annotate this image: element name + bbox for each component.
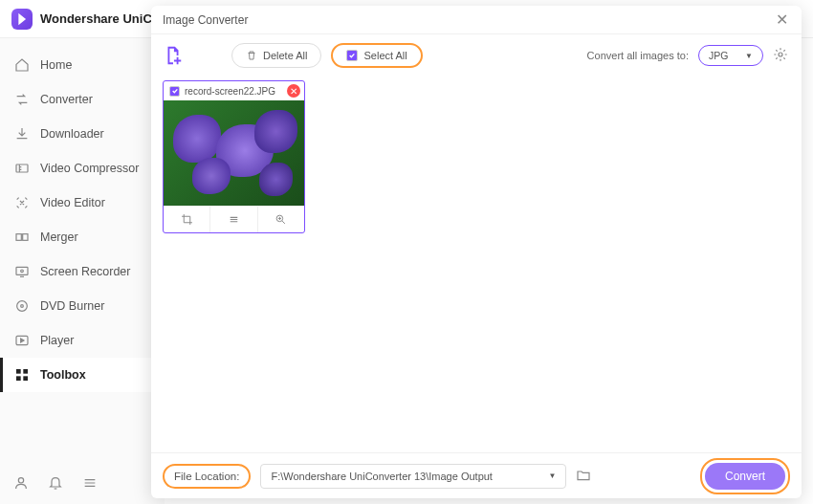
checkbox-icon[interactable] xyxy=(169,86,180,97)
toolbar: Delete All Select All Convert all images… xyxy=(151,34,802,77)
list-icon[interactable] xyxy=(210,207,257,232)
toolbox-icon xyxy=(13,366,31,383)
format-value: JPG xyxy=(709,50,728,61)
merger-icon xyxy=(13,229,31,246)
svg-point-6 xyxy=(21,305,24,308)
sidebar-item-converter[interactable]: Converter xyxy=(0,82,165,117)
svg-rect-11 xyxy=(23,376,28,381)
svg-point-12 xyxy=(18,478,23,483)
sidebar-item-label: Converter xyxy=(40,93,93,106)
thumbnail-header: record-screen22.JPG ✕ xyxy=(164,81,304,100)
editor-icon xyxy=(13,194,31,211)
remove-icon[interactable]: ✕ xyxy=(287,84,300,98)
svg-rect-0 xyxy=(16,164,28,172)
home-icon xyxy=(13,56,31,74)
svg-rect-3 xyxy=(16,267,28,274)
convert-all-label: Convert all images to: xyxy=(587,50,689,61)
sidebar-item-label: Video Compressor xyxy=(40,162,139,175)
folder-icon[interactable] xyxy=(576,468,593,485)
app-logo xyxy=(11,9,33,30)
image-converter-modal: Image Converter ✕ Delete All Select All … xyxy=(151,6,802,498)
svg-rect-2 xyxy=(23,234,28,241)
delete-all-button[interactable]: Delete All xyxy=(231,43,321,68)
svg-rect-8 xyxy=(16,369,21,374)
crop-icon[interactable] xyxy=(164,207,210,232)
button-label: Select All xyxy=(363,50,406,61)
sidebar-item-dvd[interactable]: DVD Burner xyxy=(0,289,165,323)
sidebar-item-compressor[interactable]: Video Compressor xyxy=(0,151,165,186)
converter-icon xyxy=(13,91,31,108)
sidebar-item-home[interactable]: Home xyxy=(0,48,165,82)
sidebar-item-recorder[interactable]: Screen Recorder xyxy=(0,254,165,289)
output-path-select[interactable]: F:\Wondershare UniConverter 13\Image Out… xyxy=(260,464,566,489)
modal-title: Image Converter xyxy=(163,13,248,27)
sidebar-item-label: DVD Burner xyxy=(40,299,104,313)
bottom-bar: File Location: F:\Wondershare UniConvert… xyxy=(151,452,802,498)
gear-icon[interactable] xyxy=(773,47,790,64)
chevron-down-icon: ▼ xyxy=(548,471,556,480)
trash-icon xyxy=(246,50,257,61)
sidebar-item-merger[interactable]: Merger xyxy=(0,220,165,254)
chevron-down-icon: ▼ xyxy=(745,52,753,60)
button-label: Convert xyxy=(725,470,765,483)
sidebar: Home Converter Downloader Video Compress… xyxy=(0,38,165,504)
thumbnail-filename: record-screen22.JPG xyxy=(185,86,275,97)
file-location-label: File Location: xyxy=(163,464,251,489)
svg-point-4 xyxy=(21,270,24,273)
svg-rect-1 xyxy=(16,234,21,241)
convert-button-highlight: Convert xyxy=(700,458,790,494)
sidebar-item-downloader[interactable]: Downloader xyxy=(0,117,165,151)
compressor-icon xyxy=(13,160,31,177)
sidebar-item-label: Video Editor xyxy=(40,196,105,209)
checkbox-icon xyxy=(346,50,358,61)
sidebar-item-toolbox[interactable]: Toolbox xyxy=(0,358,165,392)
sidebar-item-player[interactable]: Player xyxy=(0,323,165,358)
user-icon[interactable] xyxy=(13,475,31,493)
format-select[interactable]: JPG ▼ xyxy=(698,45,763,66)
svg-point-5 xyxy=(17,301,28,312)
sidebar-item-label: Screen Recorder xyxy=(40,265,131,278)
dvd-icon xyxy=(13,297,31,315)
zoom-icon[interactable] xyxy=(258,207,304,232)
app-title: Wondershare UniCon xyxy=(40,11,167,26)
svg-rect-9 xyxy=(23,369,28,374)
download-icon xyxy=(13,125,31,142)
sidebar-item-label: Player xyxy=(40,334,74,347)
close-icon[interactable]: ✕ xyxy=(773,11,790,29)
thumbnail-actions xyxy=(164,206,304,232)
player-icon xyxy=(13,332,31,349)
bell-icon[interactable] xyxy=(48,475,65,493)
image-thumbnail[interactable]: record-screen22.JPG ✕ xyxy=(163,80,305,233)
svg-rect-10 xyxy=(16,376,21,381)
content-area: record-screen22.JPG ✕ xyxy=(151,77,802,452)
sidebar-item-label: Merger xyxy=(40,230,78,244)
sidebar-footer xyxy=(0,475,165,493)
recorder-icon xyxy=(13,263,31,280)
sidebar-item-label: Downloader xyxy=(40,127,104,141)
sidebar-item-label: Home xyxy=(40,58,72,72)
convert-button[interactable]: Convert xyxy=(705,463,785,490)
output-path-value: F:\Wondershare UniConverter 13\Image Out… xyxy=(271,471,493,482)
svg-point-13 xyxy=(779,53,782,56)
add-file-icon[interactable] xyxy=(163,45,184,66)
menu-icon[interactable] xyxy=(82,475,99,493)
sidebar-item-label: Toolbox xyxy=(40,368,86,382)
button-label: Delete All xyxy=(263,50,307,61)
select-all-button[interactable]: Select All xyxy=(331,43,422,68)
thumbnail-image xyxy=(164,100,304,206)
modal-header: Image Converter ✕ xyxy=(151,6,802,34)
sidebar-item-editor[interactable]: Video Editor xyxy=(0,186,165,220)
